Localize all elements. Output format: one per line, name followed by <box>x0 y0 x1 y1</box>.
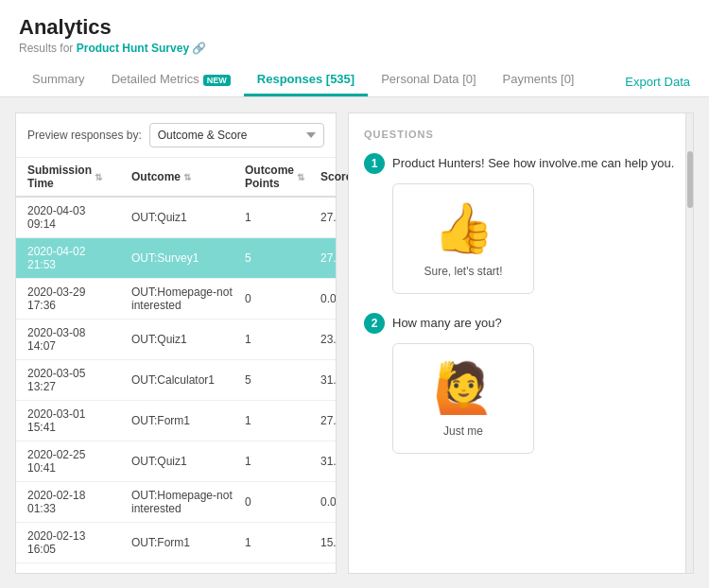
tab-responses[interactable]: Responses [535] <box>244 64 368 96</box>
cell-date: 2020-03-0814:07 <box>27 326 131 353</box>
preview-controls: Preview responses by: Outcome & Score <box>16 113 336 158</box>
tab-summary[interactable]: Summary <box>19 64 98 96</box>
cell-score: 31.0 <box>320 455 336 468</box>
question-header: 1 Product Hunters! See how involve.me ca… <box>364 153 678 174</box>
table-row[interactable]: 2020-02-1316:05 OUT:Form1 1 15.0 🗑 <box>16 523 336 563</box>
page-title: Analytics <box>19 15 690 40</box>
tab-payments[interactable]: Payments [0] <box>490 64 588 96</box>
export-data-button[interactable]: Export Data <box>625 67 690 96</box>
cell-points: 1 <box>245 414 320 427</box>
questions-panel: QUESTIONS 1 Product Hunters! See how inv… <box>348 112 694 574</box>
cell-outcome: OUT:Quiz1 <box>131 211 245 224</box>
cell-score: 27.0 <box>320 414 336 427</box>
tab-personal-data[interactable]: Personal Data [0] <box>368 64 489 96</box>
cell-date: 2020-02-1801:33 <box>27 489 131 515</box>
question-block: 1 Product Hunters! See how involve.me ca… <box>364 153 678 294</box>
cell-outcome: OUT:Calculator1 <box>131 373 245 387</box>
cell-date: 2020-04-0309:14 <box>27 204 131 231</box>
table-row[interactable]: 2020-02-1801:33 OUT:Homepage-not interes… <box>16 482 336 523</box>
cell-score: 23.0 <box>320 333 336 346</box>
survey-link[interactable]: Product Hunt Survey 🔗 <box>77 42 207 55</box>
question-number: 2 <box>364 313 385 334</box>
preview-select[interactable]: Outcome & Score <box>149 123 324 147</box>
cell-points: 0 <box>245 495 320 509</box>
cell-date: 2020-03-2917:36 <box>27 285 131 312</box>
questions-title: QUESTIONS <box>364 129 678 140</box>
cell-points: 0 <box>245 292 320 305</box>
cell-outcome: OUT:Quiz1 <box>131 455 245 468</box>
cell-score: 27.0 <box>320 251 336 265</box>
cell-outcome: OUT:Homepage-not interested <box>131 285 245 312</box>
cell-points: 1 <box>245 455 320 468</box>
cell-date: 2020-02-2510:41 <box>27 448 131 475</box>
cell-date: 2020-02-1316:05 <box>27 529 131 556</box>
table-row[interactable]: 2020-03-0513:27 OUT:Calculator1 5 31.0 🗑 <box>16 360 336 401</box>
question-text: Product Hunters! See how involve.me can … <box>392 153 674 172</box>
cell-score: 27.0 <box>320 211 336 224</box>
scrollbar[interactable] <box>685 113 693 573</box>
col-outcome-points[interactable]: OutcomePoints ⇅ <box>245 164 320 190</box>
cell-outcome: OUT:Form1 <box>131 414 245 427</box>
table-row[interactable]: 2020-02-2510:41 OUT:Quiz1 1 31.0 🗑 <box>16 441 336 482</box>
new-badge: NEW <box>203 75 231 86</box>
answer-emoji: 👍 <box>433 199 494 257</box>
cell-points: 1 <box>245 536 320 549</box>
answer-emoji: 🙋 <box>433 359 494 417</box>
question-text: How many are you? <box>392 313 502 332</box>
tab-detailed-metrics[interactable]: Detailed MetricsNEW <box>98 64 244 96</box>
table-row[interactable]: 2020-03-0115:41 OUT:Form1 1 27.0 🗑 <box>16 401 336 441</box>
cell-score: 0.0 <box>320 495 336 509</box>
cell-date: 2020-04-0221:53 <box>27 245 131 271</box>
cell-points: 5 <box>245 373 320 387</box>
table-header: SubmissionTime ⇅ Outcome ⇅ OutcomePoints… <box>16 158 336 198</box>
header: Analytics Results for Product Hunt Surve… <box>0 0 709 97</box>
col-outcome[interactable]: Outcome ⇅ <box>131 164 245 190</box>
table-row[interactable]: 2020-03-2917:36 OUT:Homepage-not interes… <box>16 279 336 320</box>
cell-outcome: OUT:Survey1 <box>131 251 245 265</box>
scrollbar-thumb <box>687 151 693 208</box>
table-row[interactable]: 2020-04-0221:53 OUT:Survey1 5 27.0 🗑 <box>16 238 336 279</box>
cell-score: 0.0 <box>320 292 336 305</box>
cell-points: 1 <box>245 211 320 224</box>
preview-label: Preview responses by: <box>27 129 142 142</box>
question-number: 1 <box>364 153 385 174</box>
cell-points: 1 <box>245 333 320 346</box>
question-block: 2 How many are you? 🙋 Just me <box>364 313 678 454</box>
cell-outcome: OUT:Form1 <box>131 536 245 549</box>
cell-score: 31.0 <box>320 373 336 387</box>
cell-score: 15.0 <box>320 536 336 549</box>
header-subtitle: Results for Product Hunt Survey 🔗 <box>19 42 690 55</box>
answer-text: Sure, let's start! <box>424 265 503 278</box>
cell-date: 2020-03-0513:27 <box>27 367 131 393</box>
answer-card: 👍 Sure, let's start! <box>392 183 534 294</box>
answer-text: Just me <box>443 424 483 438</box>
answer-card: 🙋 Just me <box>392 343 534 454</box>
question-header: 2 How many are you? <box>364 313 678 334</box>
table-row[interactable]: 2020-03-0814:07 OUT:Quiz1 1 23.0 🗑 <box>16 320 336 360</box>
cell-date: 2020-03-0115:41 <box>27 407 131 434</box>
main-content: Preview responses by: Outcome & Score Su… <box>0 97 709 588</box>
col-submission-time[interactable]: SubmissionTime ⇅ <box>27 164 131 190</box>
cell-outcome: OUT:Homepage-not interested <box>131 489 245 515</box>
cell-outcome: OUT:Quiz1 <box>131 333 245 346</box>
responses-table: Preview responses by: Outcome & Score Su… <box>15 112 337 574</box>
questions-list: 1 Product Hunters! See how involve.me ca… <box>364 153 678 454</box>
table-row[interactable]: 2020-04-0309:14 OUT:Quiz1 1 27.0 🗑 <box>16 198 336 238</box>
table-body: 2020-04-0309:14 OUT:Quiz1 1 27.0 🗑 2020-… <box>16 198 336 563</box>
tabs-container: SummaryDetailed MetricsNEWResponses [535… <box>19 64 690 96</box>
cell-points: 5 <box>245 251 320 265</box>
